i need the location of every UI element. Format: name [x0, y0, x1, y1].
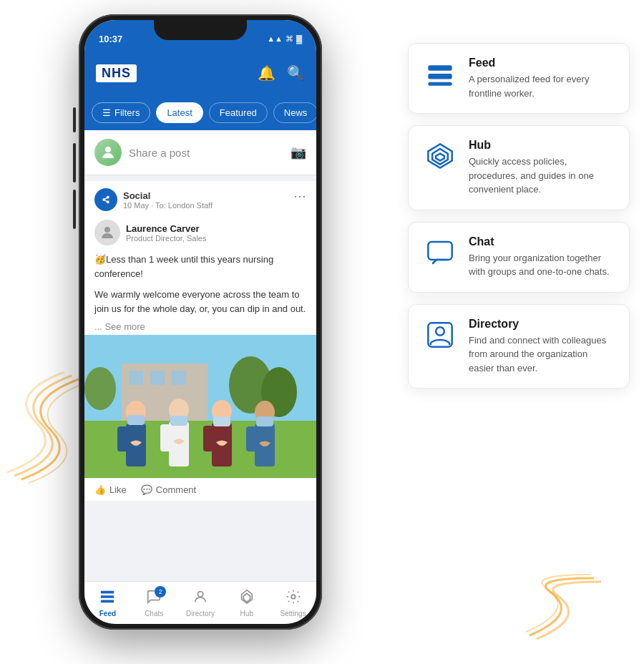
svg-rect-44 [428, 74, 452, 79]
bottom-nav: Feed 2 Chats Directory [84, 581, 316, 624]
svg-point-42 [291, 595, 296, 599]
svg-rect-35 [256, 416, 273, 426]
like-button[interactable]: 👍 Like [94, 484, 127, 495]
search-icon[interactable]: 🔍 [287, 64, 305, 82]
svg-rect-43 [428, 65, 452, 71]
hub-icon-box [423, 139, 457, 173]
chats-badge: 2 [155, 586, 166, 597]
feature-card-hub: Hub Quickly access policies, procedures,… [408, 125, 630, 210]
post-card: Social 10 May · To: London Staff ⋯ [84, 181, 316, 501]
post-actions: 👍 Like 💬 Comment [84, 478, 316, 501]
svg-rect-24 [179, 424, 189, 451]
phone-mockup: 10:37 ▲▲ ⌘ ▓ NHS 🔔 🔍 ☰ Filters [43, 14, 343, 644]
hub-nav-icon [239, 589, 255, 608]
svg-point-3 [107, 200, 109, 203]
social-icon [94, 188, 117, 211]
svg-rect-29 [222, 426, 232, 451]
nav-settings[interactable]: Settings [270, 589, 316, 617]
svg-rect-36 [101, 590, 114, 593]
directory-nav-icon [192, 589, 208, 608]
nhs-logo: NHS [96, 64, 137, 82]
svg-line-4 [105, 198, 107, 199]
directory-feature-text: Directory Find and connect with colleagu… [469, 318, 615, 376]
feed-icon-box [423, 57, 457, 91]
features-container: Feed A personalized feed for every front… [408, 43, 630, 389]
user-avatar [94, 139, 122, 166]
share-post-bar[interactable]: Share a post 📷 [84, 130, 316, 175]
svg-point-0 [105, 147, 111, 152]
comment-icon: 💬 [141, 484, 152, 495]
svg-rect-20 [127, 415, 145, 425]
decorative-swirl-right [522, 571, 608, 643]
directory-desc: Find and connect with colleagues from ar… [469, 333, 615, 376]
svg-rect-11 [172, 371, 186, 385]
directory-title: Directory [469, 318, 615, 331]
post-text-main: 🥳Less than 1 week until this years nursi… [84, 250, 316, 285]
share-post-placeholder[interactable]: Share a post [129, 147, 283, 159]
nav-hub-label: Hub [240, 610, 253, 617]
status-time: 10:37 [99, 34, 122, 44]
nav-chats-label: Chats [145, 610, 163, 617]
filter-icon: ☰ [102, 107, 111, 118]
svg-rect-38 [101, 600, 114, 602]
post-header: Social 10 May · To: London Staff ⋯ [84, 181, 316, 215]
svg-rect-30 [213, 416, 230, 426]
wifi-icon: ⌘ [286, 34, 293, 44]
svg-point-51 [436, 327, 444, 336]
feature-card-directory: Directory Find and connect with colleagu… [408, 304, 630, 389]
chats-nav-icon: 2 [146, 589, 162, 608]
svg-rect-18 [117, 426, 127, 451]
comment-button[interactable]: 💬 Comment [141, 484, 196, 495]
status-icons: ▲▲ ⌘ ▓ [267, 34, 302, 44]
svg-point-6 [104, 227, 110, 233]
phone-notch [154, 20, 247, 40]
feed-title: Feed [469, 57, 615, 69]
nav-chats[interactable]: 2 Chats [131, 589, 177, 617]
nav-feed[interactable]: Feed [84, 589, 131, 617]
directory-icon-box [423, 318, 457, 352]
svg-marker-47 [432, 149, 448, 165]
post-source: Social 10 May · To: London Staff [94, 188, 213, 211]
settings-nav-icon [286, 589, 301, 608]
post-see-more[interactable]: ... See more [84, 320, 316, 335]
svg-rect-49 [428, 242, 452, 260]
tab-latest[interactable]: Latest [156, 102, 203, 123]
svg-rect-10 [150, 371, 165, 385]
post-more-button[interactable]: ⋯ [293, 188, 306, 204]
feed-feature-text: Feed A personalized feed for every front… [469, 57, 615, 100]
nav-directory-label: Directory [186, 610, 215, 617]
author-avatar [94, 220, 120, 245]
feature-card-feed: Feed A personalized feed for every front… [408, 43, 630, 114]
svg-rect-33 [246, 426, 256, 451]
post-text-body: We warmly welcome everyone across the te… [84, 285, 316, 320]
tab-filters[interactable]: ☰ Filters [92, 102, 150, 123]
chat-icon-box [423, 235, 457, 270]
hub-desc: Quickly access policies, procedures, and… [469, 155, 615, 197]
svg-rect-9 [129, 371, 143, 385]
volume-down-button [73, 190, 76, 229]
svg-marker-48 [436, 154, 444, 161]
feature-card-chat: Chat Bring your organization together wi… [408, 222, 630, 293]
hub-title: Hub [469, 139, 615, 152]
chat-feature-text: Chat Bring your organization together wi… [469, 235, 615, 279]
author-name: Laurence Carver [126, 223, 207, 234]
tab-featured[interactable]: Featured [209, 102, 268, 123]
post-date-meta: 10 May · To: London Staff [123, 201, 213, 210]
notification-icon[interactable]: 🔔 [258, 64, 275, 82]
post-author: Laurence Carver Product Director, Sales [84, 215, 316, 250]
camera-icon[interactable]: 📷 [291, 145, 306, 160]
nurses-photo [84, 335, 316, 478]
phone-frame: 10:37 ▲▲ ⌘ ▓ NHS 🔔 🔍 ☰ Filters [79, 14, 322, 630]
svg-line-5 [105, 200, 107, 201]
signal-icon: ▲▲ [267, 34, 283, 43]
nav-directory[interactable]: Directory [177, 589, 224, 617]
post-source-info: Social 10 May · To: London Staff [123, 190, 213, 210]
like-icon: 👍 [94, 484, 106, 495]
svg-rect-45 [428, 82, 452, 86]
feed-nav-icon [99, 589, 115, 608]
nav-hub[interactable]: Hub [223, 589, 270, 617]
author-info: Laurence Carver Product Director, Sales [126, 223, 207, 243]
app-content: Share a post 📷 Social 10 [84, 130, 316, 581]
tab-news[interactable]: News [273, 102, 316, 123]
post-image [84, 335, 316, 478]
